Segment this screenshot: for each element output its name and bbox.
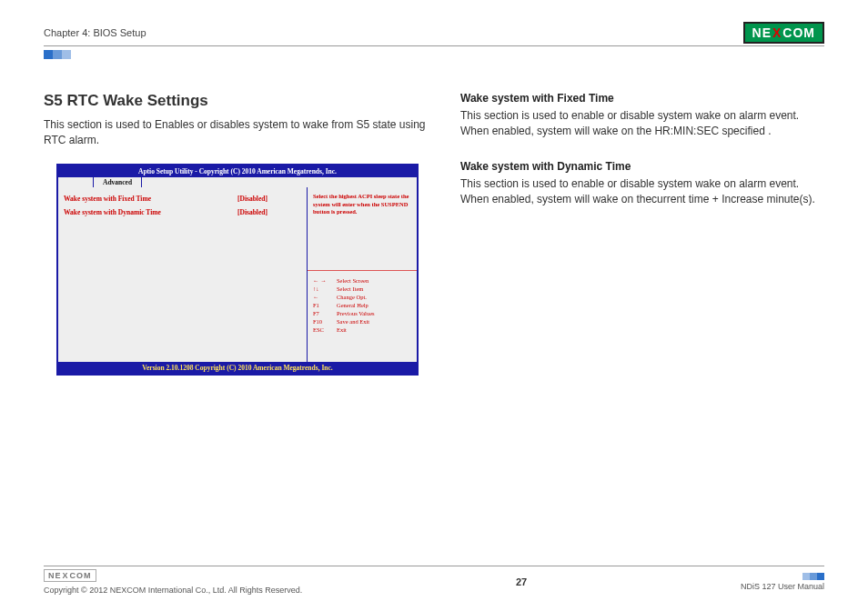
manual-name: NDiS 127 User Manual: [741, 582, 824, 591]
bios-tab-advanced: Advanced: [93, 177, 142, 187]
bios-key-legend: ← →Select Screen ↑↓Select Item ←Change O…: [308, 271, 417, 362]
bios-setting-value: [Disabled]: [237, 195, 301, 203]
section-title: S5 RTC Wake Settings: [44, 92, 435, 110]
section-intro: This section is used to Enables or disab…: [44, 117, 435, 149]
bios-title-bar: Aptio Setup Utility - Copyright (C) 2010…: [58, 165, 417, 177]
bios-setting-row: Wake system with Fixed Time [Disabled]: [64, 195, 301, 203]
bios-setting-value: [Disabled]: [237, 208, 301, 216]
decorative-squares: [44, 50, 824, 59]
subsection-body: This section is used to enable or disabl…: [460, 108, 824, 140]
decorative-squares: [802, 573, 824, 580]
bios-main-panel: Wake system with Fixed Time [Disabled] W…: [58, 187, 308, 362]
bios-tabs: Advanced: [58, 177, 417, 187]
bios-footer-bar: Version 2.10.1208 Copyright (C) 2010 Ame…: [58, 362, 417, 374]
subsection-heading: Wake system with Dynamic Time: [460, 160, 824, 173]
bios-screenshot: Aptio Setup Utility - Copyright (C) 2010…: [56, 164, 419, 376]
bios-help-text: Select the highest ACPI sleep state the …: [308, 187, 417, 271]
bios-setting-row: Wake system with Dynamic Time [Disabled]: [64, 208, 301, 216]
bios-setting-label: Wake system with Dynamic Time: [64, 208, 237, 216]
subsection-body: This section is used to enable or disabl…: [460, 176, 824, 208]
nexcom-logo: NEXCOM: [743, 22, 824, 44]
copyright-text: Copyright © 2012 NEXCOM International Co…: [44, 586, 302, 595]
subsection-heading: Wake system with Fixed Time: [460, 92, 824, 105]
page-footer: NEXCOM Copyright © 2012 NEXCOM Internati…: [44, 566, 824, 595]
chapter-title: Chapter 4: BIOS Setup: [44, 27, 146, 38]
bios-setting-label: Wake system with Fixed Time: [64, 195, 237, 203]
page-number: 27: [516, 576, 527, 587]
nexcom-logo-small: NEXCOM: [44, 569, 96, 582]
